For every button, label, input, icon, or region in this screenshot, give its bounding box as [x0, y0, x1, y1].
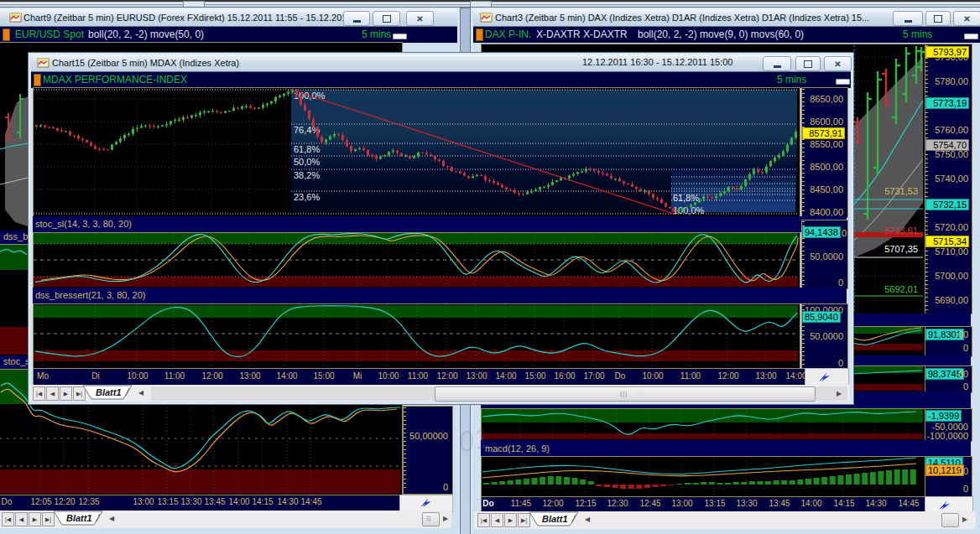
chart9-hscrollbar-grip: ⠿	[426, 516, 433, 523]
chart15-scale-label: 8600,00	[802, 117, 843, 127]
chart15-dss-line	[0, 0, 805, 377]
chart15-scale-label: 8550,00	[802, 139, 843, 149]
chart9-tab-scroll-left[interactable]: ◀	[109, 515, 114, 522]
chart15-dss-zero-label: 0	[802, 358, 843, 368]
chart15-sheet-nav[interactable]: |◀◀▶▶|	[33, 386, 86, 401]
chart3-close-button[interactable]: ✕	[953, 11, 980, 26]
chart3-scale-label: 5720,00	[926, 222, 968, 232]
chart3-scale-label: 5740,00	[926, 174, 968, 184]
chart15-price-scale	[801, 87, 848, 218]
chart15-axis-label: 13:00	[239, 371, 260, 381]
chart15-axis-label: 15:00	[313, 371, 334, 381]
chart15-sheet-next-button[interactable]: ▶	[60, 386, 72, 401]
chart3-ind2-zero: 0	[926, 381, 968, 391]
chart15-sheet-prev-button[interactable]: ◀	[46, 386, 59, 401]
chart15-scale-label: 8500,00	[802, 162, 843, 172]
chart3-maximize-icon	[934, 15, 942, 23]
chart3-axis-label: 13:45	[769, 499, 790, 508]
chart15-dss-mid-label: 50,0000	[802, 331, 843, 341]
chart3-axis-label: 11:45	[511, 499, 531, 508]
chart3-hscrollbar-thumb[interactable]	[941, 513, 959, 527]
chart15-axis-label: 12:00	[436, 371, 457, 381]
chart15-hscrollbar-right[interactable]: ▶	[837, 390, 842, 397]
chart3-axis-label: 14:45	[898, 499, 919, 508]
chart9-sheet-prev-button[interactable]: ◀	[15, 512, 28, 526]
chart15-axis-label: 10:00	[642, 371, 663, 381]
chart3-scale-label: 5760,00	[926, 125, 968, 135]
chart3-tab-blatt1[interactable]: Blatt1	[542, 514, 568, 524]
chart15-axis-label: 12:00	[201, 371, 222, 381]
chart15-axis-label: 10:00	[378, 371, 399, 381]
chart3-sheet-first-button[interactable]: |◀	[477, 513, 490, 527]
chart3-time-axis: Do11:4512:0012:1512:3012:4513:0013:1513:…	[481, 496, 925, 513]
chart15-axis-label: 14:00	[276, 371, 297, 381]
chart3-hscrollbar-right[interactable]: ▶	[962, 516, 967, 523]
chart9-hscrollbar-thumb[interactable]: ⠿	[422, 512, 440, 526]
chart15-tab-blatt1-divider: /	[126, 386, 128, 398]
chart3-axis-label: 14:30	[865, 499, 886, 508]
chart15-axis-label: 12:00	[717, 371, 738, 381]
desktop: Chart9 (Zeitbar 5 min) EURUSD (Forex FXd…	[0, 0, 980, 534]
chart3-scale-label: 5690,00	[926, 295, 968, 305]
chart3-close-icon: ✕	[963, 14, 970, 23]
chart3-axis-label: 12:30	[607, 499, 628, 508]
chart3-tab-scroll-left[interactable]: ◀	[585, 516, 590, 523]
chart15-close-icon: ✕	[834, 60, 841, 69]
chart3-price-badge: 5715,34	[925, 236, 969, 247]
chart3-sheet-nav[interactable]: |◀◀▶▶|	[477, 513, 530, 527]
chart3-price-badge: 5732,15	[925, 199, 969, 210]
chart3-collapsed-window[interactable]	[964, 34, 978, 39]
chart15-tab-blatt1[interactable]: Blatt1	[96, 387, 122, 397]
chart3-price-badge: 5793,97	[925, 46, 969, 58]
chart3-maximize-button[interactable]	[925, 11, 951, 26]
chart3-price-badge: 5754,70	[925, 139, 969, 151]
chart15-stoc-mid-label: 50,0000	[802, 251, 843, 262]
chart3-axis-label: 12:45	[639, 499, 660, 508]
chart3-sheet-next-button[interactable]: ▶	[504, 513, 517, 527]
chart15-scale-label: 8650,00	[802, 94, 843, 104]
chart15-sheet-first-button[interactable]: |◀	[33, 386, 45, 401]
chart3-axis-label: 12:00	[542, 499, 563, 508]
chart15-hscrollbar-grip: |||	[620, 391, 627, 397]
chart9-sheet-next-button[interactable]: ▶	[29, 512, 41, 526]
chart15-dss-badge: 85,9040	[802, 311, 841, 323]
chart15-tab-scroll-left[interactable]: ◀	[138, 389, 143, 397]
chart15-scale-label: 8450,00	[802, 184, 843, 194]
chart15-axis-label: Mo	[37, 371, 49, 381]
chart15-stoc-badge: 94,1438	[802, 226, 841, 238]
chart15-axis-label: Mi	[353, 371, 362, 381]
chart3-flash-icon	[938, 499, 951, 511]
chart3-scale-label: 5710,00	[926, 246, 968, 257]
chart3-scale-label: 5700,00	[926, 271, 968, 281]
chart3-tab-blatt1-divider: /	[572, 513, 575, 525]
chart15-axis-label: 13:00	[466, 371, 487, 381]
chart15-axis-label: 16:00	[554, 371, 575, 381]
chart3-axis-label: 13:30	[736, 499, 757, 508]
chart15-axis-label: 11:00	[408, 371, 428, 381]
chart9-tab-blatt1[interactable]: Blatt1	[66, 513, 92, 523]
chart9-sheet-first-button[interactable]: |◀	[2, 512, 14, 526]
chart15-close-button[interactable]: ✕	[824, 56, 852, 71]
chart15-axis-label: 14:00	[785, 371, 806, 381]
chart15-axis-label: 11:00	[680, 371, 701, 381]
chart15-flash-icon	[818, 371, 831, 383]
chart3-ind3-badge: -1,9399	[925, 410, 962, 422]
chart3-price-badge: 5773,19	[925, 97, 969, 109]
chart3-macd-zero: 0	[926, 484, 968, 494]
chart9-tab-blatt1-divider: /	[96, 512, 99, 524]
chart3-axis-label: 12:15	[575, 499, 596, 508]
chart15-collapsed-window[interactable]	[836, 79, 850, 85]
chart3-axis-label: 14:00	[800, 499, 821, 508]
chart9-hscrollbar-right[interactable]: ▶	[443, 515, 448, 522]
chart15-axis-label: Di	[91, 371, 99, 381]
chart9-sheet-nav[interactable]: |◀◀▶▶|	[2, 512, 55, 526]
chart15-hscrollbar-thumb[interactable]: |||	[435, 386, 816, 402]
chart15-time-axis: MoDi10:0011:0012:0013:0014:0015:00Mi10:0…	[33, 368, 806, 386]
chart3-sheet-prev-button[interactable]: ◀	[491, 513, 503, 527]
chart15-stoc-zero-label: 0	[802, 277, 843, 288]
chart3-axis-label: 14:15	[833, 499, 854, 508]
chart15-axis-label: 17:00	[583, 371, 604, 381]
chart15-axis-label: 11:00	[164, 371, 185, 381]
chart15-last-price-badge: 8573,91	[802, 127, 845, 139]
chart15-axis-label: Do	[615, 371, 626, 381]
